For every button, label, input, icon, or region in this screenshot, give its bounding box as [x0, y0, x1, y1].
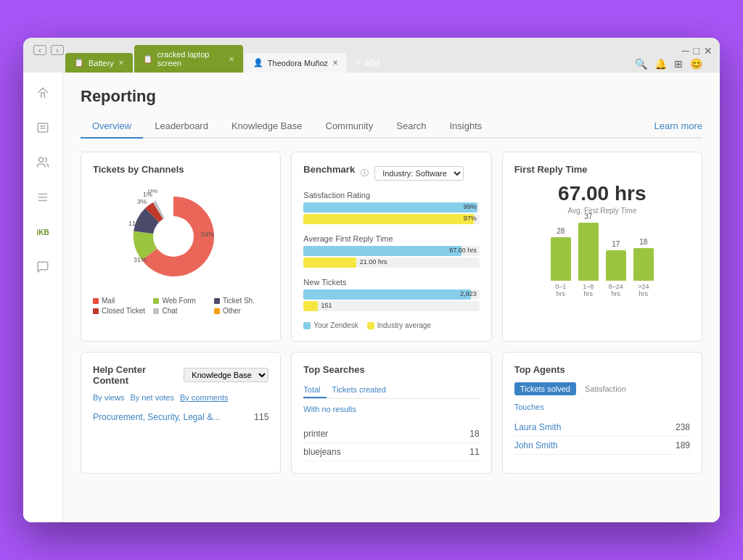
tab-label: cracked laptop screen	[157, 50, 224, 67]
ts-item-printer: printer 18	[303, 425, 479, 443]
close-button[interactable]: ✕	[704, 45, 713, 57]
back-button[interactable]: ‹	[33, 45, 46, 55]
svg-text:0%: 0%	[148, 189, 157, 194]
sidebar-item-tickets[interactable]	[31, 116, 54, 139]
svg-text:31%: 31%	[134, 256, 147, 263]
hcc-select[interactable]: Knowledge Base	[184, 368, 268, 382]
sidebar-item-kb[interactable]: iKB	[31, 221, 54, 244]
benchmark-header: Benchmark ⓘ Industry: Software	[303, 164, 479, 182]
bar-0-1-fill	[551, 237, 571, 281]
frt-bar-chart: 28 0–1hrs 37 1–8hrs 17 8–24hrs	[514, 225, 690, 297]
ts-tab-tickets-created[interactable]: Tickets created	[327, 382, 392, 398]
industry-legend-label: Industry average	[377, 321, 432, 329]
top-agents-card: Top Agents Tickets solved Satisfaction T…	[502, 352, 702, 474]
tab-overview[interactable]: Overview	[81, 115, 143, 137]
tab-knowledge-base[interactable]: Knowledge Base	[220, 115, 314, 137]
ts-query-bluejeans: bluejeans	[303, 447, 340, 457]
tickets-by-channels-card: Tickets by Channels	[81, 152, 281, 342]
svg-text:3%: 3%	[137, 198, 147, 205]
search-toolbar-icon[interactable]: 🔍	[635, 58, 647, 70]
ta-count-laura: 238	[676, 422, 690, 432]
tab-insights[interactable]: Insights	[438, 115, 493, 137]
sidebar-item-home[interactable]	[31, 81, 54, 104]
tab-search[interactable]: Search	[385, 115, 438, 137]
add-tab-button[interactable]: + add	[348, 53, 387, 73]
apps-icon[interactable]: ⊞	[674, 58, 683, 70]
other-label: Other	[223, 307, 241, 315]
bar-8-24-fill	[606, 250, 626, 281]
top-searches-tabs: Total Tickets created	[303, 382, 479, 399]
new-tickets-label: New Tickets	[303, 278, 479, 287]
mail-dot	[93, 298, 99, 304]
maximize-button[interactable]: □	[694, 45, 699, 57]
browser-toolbar: 🔍 🔔 ⊞ 😊	[628, 55, 710, 73]
ts-sub-tab-area: With no results	[303, 402, 479, 419]
first-reply-big-number: 67.00 hrs	[514, 182, 690, 205]
ta-tab-satisfaction[interactable]: Satisfaction	[579, 382, 632, 395]
new-tickets-zendesk-label: 2,923	[460, 290, 477, 297]
sidebar-item-chat[interactable]	[31, 255, 54, 279]
bar-8-24-pct: 17	[612, 240, 620, 248]
notifications-icon[interactable]: 🔔	[654, 58, 667, 70]
ts-sub-tab-no-results[interactable]: With no results	[303, 405, 356, 413]
first-reply-subtitle: Avg. First Reply Time	[514, 207, 690, 215]
webform-label: Web Form	[162, 297, 196, 305]
benchmark-info-icon: ⓘ	[361, 168, 369, 178]
zendesk-legend: Your Zendesk	[303, 321, 358, 329]
browser-tab-theodora[interactable]: 👤 Theodora Muñoz ✕	[245, 53, 347, 73]
user-avatar[interactable]: 😊	[690, 58, 702, 70]
hcc-tab-views[interactable]: By views	[93, 392, 124, 403]
bar-0-1hrs: 28 0–1hrs	[551, 227, 571, 297]
donut-chart-area: 54% 31% 11% 3% 1% 0%	[93, 182, 268, 291]
hcc-tab-votes[interactable]: By net votes	[130, 392, 174, 403]
tab-close-battery[interactable]: ✕	[118, 59, 124, 67]
industry-select[interactable]: Industry: Software	[374, 166, 464, 181]
hcc-tab-comments[interactable]: By comments	[180, 392, 229, 403]
ta-item-laura: Laura Smith 238	[514, 419, 690, 437]
help-center-content-card: Help Center Content Knowledge Base By vi…	[81, 352, 281, 474]
benchmark-legend: Your Zendesk Industry average	[303, 321, 479, 329]
hcc-tabs: By views By net votes By comments	[93, 392, 268, 403]
ta-name-laura[interactable]: Laura Smith	[514, 422, 562, 432]
new-tickets-section: New Tickets 2,923 151	[303, 278, 479, 311]
tab-close-theodora[interactable]: ✕	[332, 59, 338, 67]
other-dot	[214, 308, 220, 314]
closed-dot	[93, 308, 99, 314]
ts-query-printer: printer	[303, 429, 328, 439]
kb-label: iKB	[36, 228, 49, 236]
ts-count-printer: 18	[469, 429, 479, 439]
hcc-item-label[interactable]: Procurement, Security, Legal &...	[93, 412, 220, 422]
minimize-button[interactable]: ─	[682, 45, 689, 57]
tab-community[interactable]: Community	[314, 115, 385, 137]
new-tickets-zendesk-bar: 2,923	[303, 289, 479, 300]
ticketsh-label: Ticket Sh.	[223, 297, 255, 305]
forward-button[interactable]: ›	[51, 45, 64, 55]
ta-sub-tab-touches[interactable]: Touches	[514, 403, 544, 411]
hcc-item-count: 115	[254, 412, 268, 422]
avg-reply-industry-label: 21.00 hrs	[360, 258, 387, 265]
benchmark-title: Benchmark	[303, 164, 355, 175]
closed-label: Closed Ticket	[102, 307, 145, 315]
top-agents-title: Top Agents	[514, 364, 690, 375]
browser-tab-battery[interactable]: 📋 Battery ✕	[65, 53, 133, 73]
avg-reply-zendesk-bar: 67.00 hrs	[303, 246, 479, 256]
tab-leaderboard[interactable]: Leaderboard	[143, 115, 220, 137]
ta-name-john[interactable]: John Smith	[514, 440, 558, 450]
ta-tab-tickets-solved[interactable]: Tickets solved	[514, 382, 576, 395]
sidebar-item-views[interactable]	[31, 186, 54, 209]
chat-label: Chat	[162, 307, 177, 315]
top-cards-grid: Tickets by Channels	[81, 152, 702, 342]
bar-8-24hrs: 17 8–24hrs	[606, 240, 626, 297]
hcc-title: Help Center Content	[93, 364, 178, 386]
channel-legend: Mail Web Form Ticket Sh. Closed Tic	[93, 297, 268, 315]
sidebar-item-users[interactable]	[31, 151, 54, 174]
avg-reply-zendesk-fill	[303, 246, 461, 256]
browser-tab-cracked[interactable]: 📋 cracked laptop screen ✕	[134, 45, 243, 73]
learn-more-link[interactable]: Learn more	[654, 120, 702, 131]
bottom-cards-grid: Help Center Content Knowledge Base By vi…	[81, 352, 702, 474]
satisfaction-industry-fill	[303, 214, 474, 224]
app-layout: iKB Reporting Overview Leaderboard Knowl…	[23, 73, 720, 522]
satisfaction-label: Satisfaction Rating	[303, 191, 479, 199]
tab-close-cracked[interactable]: ✕	[229, 55, 234, 63]
ts-tab-total[interactable]: Total	[303, 382, 326, 398]
